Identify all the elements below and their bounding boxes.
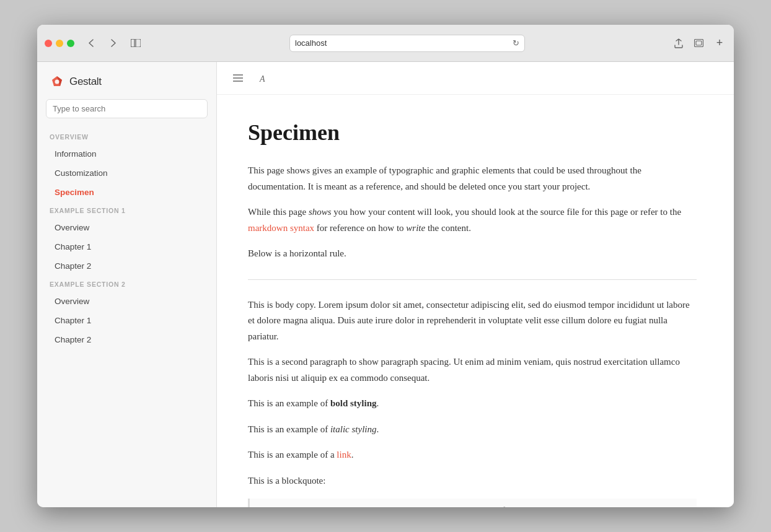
italic-prefix: This is an example of bbox=[248, 424, 330, 434]
link-suffix: . bbox=[351, 450, 354, 460]
sidebar-item-s1-overview[interactable]: Overview bbox=[42, 219, 211, 237]
bold-suffix: . bbox=[377, 398, 379, 408]
forward-button[interactable] bbox=[105, 35, 121, 51]
sidebar-item-s2-overview[interactable]: Overview bbox=[42, 292, 211, 310]
address-bar-container: localhost ↻ bbox=[150, 35, 664, 52]
refresh-button[interactable]: ↻ bbox=[513, 38, 519, 48]
toolbar: A bbox=[217, 62, 734, 95]
app-layout: Gestalt OVERVIEW Information Customizati… bbox=[37, 62, 734, 507]
svg-text:A: A bbox=[259, 74, 265, 83]
markdown-syntax-link[interactable]: markdown syntax bbox=[248, 223, 314, 233]
shows-para-prefix: While this page bbox=[248, 207, 309, 217]
sidebar-item-s2-chapter1[interactable]: Chapter 1 bbox=[42, 312, 211, 329]
shows-para-suffix: for reference on how to bbox=[314, 223, 406, 233]
sidebar-item-specimen[interactable]: Specimen bbox=[42, 183, 211, 201]
sidebar-section-overview: OVERVIEW bbox=[37, 128, 216, 144]
svg-point-5 bbox=[55, 80, 59, 84]
logo-icon bbox=[50, 74, 64, 89]
sidebar-item-s2-chapter2[interactable]: Chapter 2 bbox=[42, 331, 211, 349]
address-bar[interactable]: localhost ↻ bbox=[289, 35, 525, 52]
horizontal-rule bbox=[248, 279, 697, 280]
browser-chrome: localhost ↻ + bbox=[37, 25, 734, 62]
write-italic: write bbox=[406, 223, 425, 233]
sidebar-item-customization[interactable]: Customization bbox=[42, 164, 211, 182]
minimize-button[interactable] bbox=[56, 40, 63, 47]
sidebar-toggle-button[interactable] bbox=[128, 35, 144, 51]
link-prefix: This is an example of a bbox=[248, 450, 337, 460]
menu-icon-button[interactable] bbox=[229, 69, 247, 87]
sidebar-item-s1-chapter2[interactable]: Chapter 2 bbox=[42, 257, 211, 275]
sidebar-header: Gestalt bbox=[37, 62, 216, 99]
browser-window: localhost ↻ + bbox=[37, 25, 734, 507]
intro-para: This page shows gives an example of typo… bbox=[248, 163, 697, 194]
svg-rect-4 bbox=[696, 41, 702, 45]
link-example-para: This is an example of a link. bbox=[248, 447, 697, 463]
shows-italic: shows bbox=[309, 207, 332, 217]
blockquote-label: This is a blockquote: bbox=[248, 473, 697, 489]
search-input[interactable] bbox=[46, 99, 208, 118]
share-button[interactable] bbox=[671, 35, 687, 51]
body-copy-para: This is body copy. Lorem ipsum dolor sit… bbox=[248, 297, 697, 345]
sidebar-item-s1-chapter1[interactable]: Chapter 1 bbox=[42, 238, 211, 256]
blockquote-text: Markdown is intended to be as easy-to-re… bbox=[260, 504, 687, 507]
back-button[interactable] bbox=[83, 35, 99, 51]
main-content: A Specimen This page shows gives an exam… bbox=[217, 62, 734, 507]
url-text: localhost bbox=[295, 38, 327, 48]
font-icon-button[interactable]: A bbox=[255, 69, 273, 87]
example-link[interactable]: link bbox=[337, 450, 351, 460]
svg-rect-0 bbox=[131, 39, 134, 47]
shows-para: While this page shows you how your conte… bbox=[248, 204, 697, 236]
logo-text: Gestalt bbox=[69, 76, 102, 88]
bold-example-para: This is an example of bold styling. bbox=[248, 396, 697, 412]
second-para: This is a second paragraph to show parag… bbox=[248, 354, 697, 386]
sidebar-section-example1: EXAMPLE SECTION 1 bbox=[37, 202, 216, 218]
shows-para-middle: you how your content will look, you shou… bbox=[332, 207, 681, 217]
sidebar-item-information[interactable]: Information bbox=[42, 145, 211, 163]
new-tab-button[interactable]: + bbox=[713, 37, 726, 50]
shows-para-end: the content. bbox=[425, 223, 471, 233]
tab-view-button[interactable] bbox=[690, 35, 707, 51]
italic-suffix: . bbox=[376, 424, 379, 434]
italic-example-para: This is an example of italic styling. bbox=[248, 422, 697, 438]
sidebar-section-example2: EXAMPLE SECTION 2 bbox=[37, 276, 216, 292]
page-title: Specimen bbox=[248, 120, 697, 146]
traffic-lights bbox=[45, 40, 74, 47]
italic-text: italic styling bbox=[330, 424, 377, 434]
browser-actions bbox=[671, 35, 707, 51]
close-button[interactable] bbox=[45, 40, 52, 47]
blockquote: Markdown is intended to be as easy-to-re… bbox=[248, 499, 697, 507]
sidebar: Gestalt OVERVIEW Information Customizati… bbox=[37, 62, 217, 507]
bold-text: bold styling bbox=[330, 398, 377, 408]
maximize-button[interactable] bbox=[67, 40, 74, 47]
bold-prefix: This is an example of bbox=[248, 398, 330, 408]
content-area: Specimen This page shows gives an exampl… bbox=[217, 95, 734, 507]
horizontal-rule-para: Below is a horizontal rule. bbox=[248, 246, 697, 262]
